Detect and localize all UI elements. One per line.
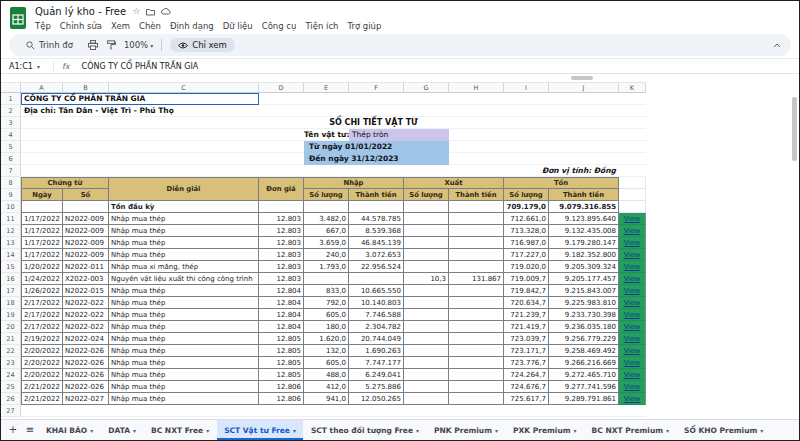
cell-in-qty[interactable]: 3.659,0	[304, 237, 349, 249]
cell-date[interactable]: 1/26/2022	[21, 285, 63, 297]
cell-balance-amount[interactable]: 9.182.352.800	[549, 249, 619, 261]
cell-doc-number[interactable]: N2022-009	[63, 213, 109, 225]
company-name[interactable]: CÔNG TY CỔ PHẦN TRẦN GIA	[24, 93, 145, 105]
view-link[interactable]: View	[624, 359, 641, 367]
cell-in-amount[interactable]: 46.845.139	[349, 237, 404, 249]
cell-balance-amount[interactable]: 9.215.843.007	[549, 285, 619, 297]
cell-out-qty[interactable]	[404, 393, 449, 405]
cell-unit-price[interactable]: 12.804	[259, 309, 304, 321]
cell-unit-price[interactable]: 12.803	[259, 213, 304, 225]
cell-balance-amount[interactable]: 9.272.465.710	[549, 369, 619, 381]
horizontal-scrollbar-thumb[interactable]	[571, 76, 593, 80]
tab-bc-nxt-free[interactable]: BC NXT Free▾	[144, 420, 216, 440]
cell-balance-qty[interactable]: 721.419,7	[504, 321, 549, 333]
cell-out-qty[interactable]	[404, 381, 449, 393]
menu-file[interactable]: Tệp	[35, 21, 51, 31]
cell-out-amount[interactable]	[449, 357, 504, 369]
row-number[interactable]: 26	[1, 393, 21, 405]
cell-out-amount[interactable]	[449, 261, 504, 273]
cell-in-qty[interactable]: 833,0	[304, 285, 349, 297]
cloud-status-icon[interactable]	[161, 8, 171, 15]
cell-in-amount[interactable]: 7.747.177	[349, 357, 404, 369]
cell-balance-qty[interactable]: 724.676,7	[504, 381, 549, 393]
cell-balance-amount[interactable]: 9.179.280.147	[549, 237, 619, 249]
view-link[interactable]: View	[624, 275, 641, 283]
cell-in-amount[interactable]: 7.746.588	[349, 309, 404, 321]
cell-balance-qty[interactable]: 716.987,0	[504, 237, 549, 249]
cell-unit-price[interactable]: 12.806	[259, 393, 304, 405]
cell-description[interactable]: Nhập mua thép	[109, 297, 259, 309]
cell-out-qty[interactable]	[404, 297, 449, 309]
cell-description[interactable]: Nhập mua thép	[109, 285, 259, 297]
cell-in-amount[interactable]: 10.665.550	[349, 285, 404, 297]
menu-format[interactable]: Định dạng	[170, 21, 214, 31]
cell-out-qty[interactable]	[404, 345, 449, 357]
cell-description[interactable]: Nhập mua thép	[109, 249, 259, 261]
cell-balance-qty[interactable]: 721.239,7	[504, 309, 549, 321]
cell-description[interactable]: Nhập mua thép	[109, 225, 259, 237]
header-ton[interactable]: Tồn	[504, 177, 619, 189]
cell-description[interactable]: Nhập mua thép	[109, 213, 259, 225]
row-number[interactable]: 18	[1, 297, 21, 309]
cell-out-qty[interactable]	[404, 201, 449, 213]
row-number[interactable]: 3	[1, 117, 21, 129]
view-only-button[interactable]: Chỉ xem	[170, 38, 235, 52]
cell-in-qty[interactable]: 132,0	[304, 345, 349, 357]
view-link[interactable]: View	[624, 251, 641, 259]
menu-data[interactable]: Dữ liệu	[223, 21, 253, 31]
cell-balance-amount[interactable]: 9.266.216.669	[549, 357, 619, 369]
menu-edit[interactable]: Chỉnh sửa	[60, 21, 102, 31]
header-xuat[interactable]: Xuất	[404, 177, 504, 189]
cell-out-amount[interactable]	[449, 249, 504, 261]
row-1-cells[interactable]: CÔNG TY CỔ PHẦN TRẦN GIA	[21, 93, 646, 105]
select-all-corner[interactable]	[1, 82, 21, 93]
row-number[interactable]: 8	[1, 177, 21, 189]
cell-unit-price[interactable]: 12.803	[259, 237, 304, 249]
all-sheets-button[interactable]: ≡	[22, 425, 38, 435]
cell-in-amt[interactable]	[349, 201, 404, 213]
cell-out-qty[interactable]	[404, 213, 449, 225]
cell-in-amount[interactable]: 5.275.886	[349, 381, 404, 393]
cell-date[interactable]: 2/21/2022	[21, 381, 63, 393]
row-number[interactable]: 13	[1, 237, 21, 249]
row-number[interactable]: 12	[1, 225, 21, 237]
cell-doc-number[interactable]: N2022-015	[63, 285, 109, 297]
unit-note[interactable]: Đơn vị tính: Đồng	[504, 165, 616, 177]
row-3-cells[interactable]: SỔ CHI TIẾT VẬT TƯ	[21, 117, 646, 129]
cell-in-qty[interactable]: 240,0	[304, 249, 349, 261]
cell-balance-qty[interactable]: 719.009,7	[504, 273, 549, 285]
print-button[interactable]	[88, 40, 98, 50]
cell-out-qty[interactable]	[404, 369, 449, 381]
header-so[interactable]: Số	[63, 189, 109, 201]
view-link[interactable]: View	[624, 215, 641, 223]
cell-in-amount[interactable]	[349, 273, 404, 285]
cell-description[interactable]: Nhập mua thép	[109, 381, 259, 393]
row-number[interactable]: 17	[1, 285, 21, 297]
cell-balance-qty[interactable]: 724.264,7	[504, 369, 549, 381]
cell-doc-number[interactable]: N2022-026	[63, 381, 109, 393]
add-sheet-button[interactable]: +	[5, 425, 21, 435]
cell-unit-price[interactable]: 12.806	[259, 381, 304, 393]
cell-balance-qty[interactable]: 725.617,7	[504, 393, 549, 405]
row-number[interactable]: 7	[1, 165, 21, 177]
column-header-b[interactable]: B	[63, 82, 109, 93]
menu-help[interactable]: Trợ giúp	[347, 21, 381, 31]
cell-doc-number[interactable]: N2022-009	[63, 249, 109, 261]
cell-in-amount[interactable]: 12.050.265	[349, 393, 404, 405]
cell-unit-price[interactable]: 12.803	[259, 261, 304, 273]
cell-doc-number[interactable]: N2022-024	[63, 333, 109, 345]
row-number[interactable]: 9	[1, 189, 21, 201]
menu-view[interactable]: Xem	[111, 21, 130, 31]
name-box[interactable]: A1:C1 ▾	[1, 62, 53, 71]
cell-doc-number[interactable]: N2022-022	[63, 309, 109, 321]
cell-doc-number[interactable]: N2022-022	[63, 321, 109, 333]
cell-date[interactable]	[21, 201, 63, 213]
cell-out-amount[interactable]	[449, 309, 504, 321]
cell-out-amount[interactable]: 131.867	[449, 273, 504, 285]
view-link[interactable]: View	[624, 371, 641, 379]
tab-so-kho-premium[interactable]: SỔ KHO Premium▾	[677, 420, 770, 440]
cell-description[interactable]: Nhập mua thép	[109, 369, 259, 381]
cell-unit-price[interactable]: 12.803	[259, 225, 304, 237]
column-header-g[interactable]: G	[404, 82, 449, 93]
menu-tools[interactable]: Công cụ	[262, 21, 297, 31]
